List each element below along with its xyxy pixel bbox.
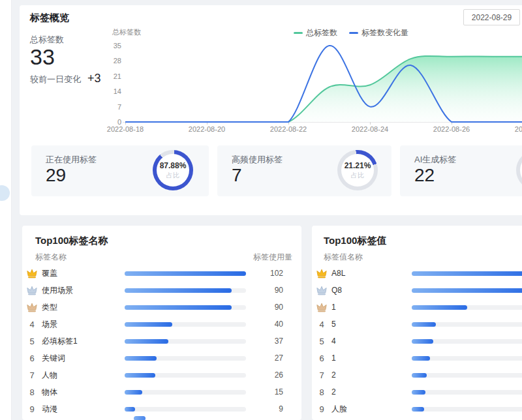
bar-track — [412, 305, 522, 310]
rank-cell — [312, 286, 331, 295]
value-column-header: 标签使用量 — [253, 252, 292, 263]
row-value: 9 — [246, 404, 283, 413]
y-tick-label: 35 — [97, 42, 121, 50]
table-row: 9动漫9 — [22, 400, 301, 417]
donut-percentage: 87.88% — [160, 161, 187, 170]
y-tick-label: 28 — [97, 57, 121, 65]
crown-bronze-icon — [316, 303, 327, 312]
bar-fill — [125, 288, 232, 293]
bar-fill — [125, 407, 135, 412]
bar-track — [412, 339, 522, 344]
panel-title: Top100标签名称 — [35, 235, 108, 247]
row-value: 90 — [246, 303, 283, 312]
x-tick-label: 2022-08-28 — [507, 125, 522, 133]
rank-cell — [22, 269, 42, 278]
table-header: 标签值名称 — [312, 252, 522, 261]
bar-track — [412, 322, 522, 327]
bar-fill — [412, 288, 522, 293]
row-label: 物体 — [42, 387, 125, 398]
row-label: 人物 — [42, 370, 125, 381]
row-label: 必填标签1 — [42, 336, 125, 347]
donut-percentage: 21.21% — [345, 161, 371, 170]
rank-cell: 4 — [312, 320, 331, 329]
bar-track — [125, 339, 246, 344]
crown-bronze-icon — [27, 303, 37, 312]
donut-text: 21.21%占比 — [337, 150, 378, 190]
tag-value-list: A8LQ8145546172829人脸 — [312, 265, 522, 417]
table-row: 使用场景90 — [22, 282, 301, 299]
top100-tag-names-panel: Top100标签名称 标签名称 标签使用量 覆盖102使用场景90类型904场景… — [22, 226, 301, 420]
panel-title: Top100标签值 — [324, 235, 386, 247]
table-row: 7人物26 — [22, 367, 301, 383]
row-value: 102 — [246, 269, 283, 278]
bar-track — [412, 390, 522, 395]
bar-fill — [125, 390, 142, 395]
row-label: 动漫 — [42, 404, 125, 415]
bar-track — [125, 322, 246, 327]
bar-track — [412, 373, 522, 378]
bar-fill — [125, 305, 232, 310]
rank-cell: 6 — [312, 353, 331, 363]
y-tick-label: 14 — [97, 87, 121, 95]
row-label: 关键词 — [42, 353, 125, 364]
bar-fill — [412, 305, 467, 310]
delta-row: 较前一日变化 +3 — [30, 72, 101, 85]
bar-track — [125, 288, 246, 293]
y-tick-label: 21 — [97, 72, 121, 80]
bar-track — [125, 305, 246, 310]
rank-cell: 8 — [22, 387, 42, 397]
row-label: 场景 — [42, 319, 125, 330]
table-row: 5必填标签137 — [22, 333, 301, 350]
donut-caption: 占比 — [351, 171, 364, 180]
table-row: 82 — [312, 383, 522, 400]
row-value: 15 — [246, 387, 283, 397]
rank-cell: 9 — [312, 404, 331, 414]
rank-cell: 7 — [22, 370, 42, 380]
x-tick-label: 2022-08-22 — [262, 125, 315, 133]
stat-card-value: 7 — [232, 165, 242, 186]
table-row: 1 — [312, 299, 522, 316]
table-row: A8L — [312, 265, 522, 282]
row-value: 90 — [246, 286, 283, 295]
row-label: 2 — [331, 370, 412, 380]
row-label: 使用场景 — [42, 285, 125, 296]
name-column-header: 标签值名称 — [324, 252, 363, 263]
rank-cell — [22, 286, 42, 295]
bar-fill — [412, 407, 424, 412]
dashboard-page: { "colors": { "accent_blue": "#2a6be4", … — [0, 0, 522, 420]
bar-track — [125, 373, 246, 378]
bar-track — [412, 288, 522, 293]
table-row: 类型90 — [22, 299, 301, 316]
row-label: 覆盖 — [42, 268, 125, 279]
legend-line-icon — [294, 32, 303, 34]
bar-track — [125, 390, 246, 395]
crown-silver-icon — [316, 286, 327, 295]
bar-track — [412, 407, 522, 412]
name-column-header: 标签名称 — [35, 252, 67, 263]
stat-card-value: 22 — [414, 165, 435, 186]
row-value: 27 — [246, 353, 283, 363]
rank-cell: 6 — [22, 353, 42, 363]
delta-label: 较前一日变化 — [30, 74, 81, 85]
bar-track — [412, 271, 522, 276]
x-tick-label: 2022-08-20 — [181, 125, 233, 133]
donut-gauge: 87.88%占比 — [153, 150, 193, 190]
rank-cell: 5 — [22, 337, 42, 346]
partial-row10-bar — [134, 416, 146, 420]
y-tick-label: 7 — [97, 103, 121, 111]
bar-fill — [125, 339, 168, 344]
table-row: 覆盖102 — [22, 265, 301, 282]
bar-track — [412, 356, 522, 361]
stat-card: 高频使用标签721.21%占比 — [217, 145, 392, 196]
row-label: 4 — [331, 337, 412, 346]
top100-tag-values-panel: Top100标签值 标签值名称 A8LQ8145546172829人脸 — [312, 226, 522, 420]
row-label: 类型 — [42, 302, 125, 313]
date-picker[interactable]: 2022-08-29 — [463, 9, 520, 25]
bar-fill — [412, 271, 522, 276]
table-row: 45 — [312, 316, 522, 333]
table-row: 8物体15 — [22, 383, 301, 400]
rank-cell — [312, 303, 331, 312]
donut-caption: 占比 — [166, 171, 179, 180]
row-value: 37 — [246, 337, 283, 346]
rank-cell: 9 — [22, 404, 42, 414]
